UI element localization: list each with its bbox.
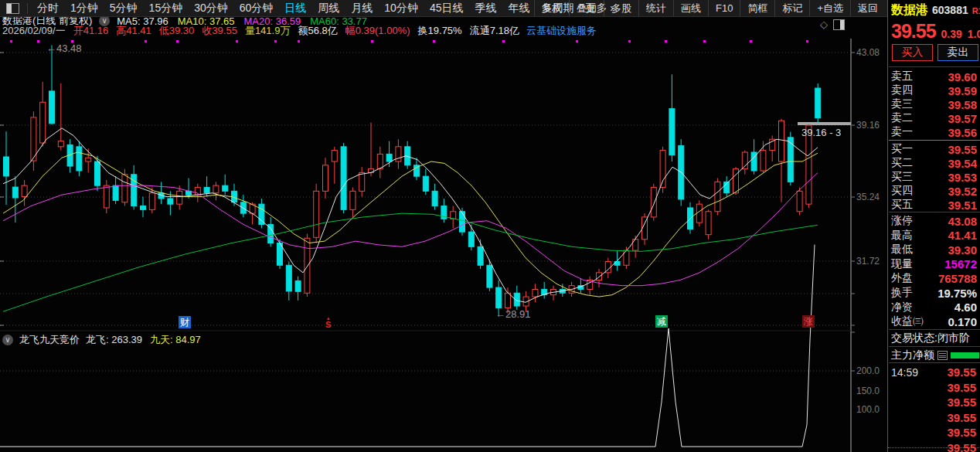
- indicator-axis-label: 150.0: [856, 386, 887, 396]
- quote-row-label: 卖四: [891, 83, 913, 97]
- sell-button[interactable]: 卖出: [937, 44, 978, 61]
- diamond-icon[interactable]: ◇: [820, 19, 828, 30]
- quote-row-value: 4.60: [954, 301, 977, 314]
- quote-row[interactable]: 卖三39.58: [891, 97, 977, 111]
- stock-code: 603881: [932, 4, 968, 16]
- sell-signal-marker[interactable]: ▲ S: [325, 316, 331, 329]
- info-item: 量141.9万: [245, 24, 291, 38]
- quote-row[interactable]: 买三39.53: [891, 170, 977, 184]
- price-annotation: ←28.91: [495, 308, 531, 320]
- price-annotation: ←43.48: [46, 42, 82, 54]
- period-tab[interactable]: 日线: [284, 2, 306, 15]
- quote-row-value: 39.57: [948, 112, 977, 125]
- period-tab[interactable]: 5分钟: [110, 2, 138, 15]
- quote-row-value: 39.30: [948, 243, 977, 257]
- quote-row[interactable]: 卖四39.59: [891, 83, 977, 97]
- period-tabs: 分时1分钟5分钟15分钟30分钟60分钟日线周线月线10分钟45日线季线年线多周…: [37, 2, 614, 15]
- split-window-icon[interactable]: [833, 19, 845, 30]
- period-tab[interactable]: 10分钟: [384, 2, 418, 15]
- quote-row[interactable]: 买二39.54: [891, 156, 977, 170]
- last-price: 39.55: [891, 20, 936, 42]
- toolbar-button[interactable]: 简框: [740, 0, 774, 16]
- quote-row: 最低39.30: [891, 243, 977, 257]
- buy-button[interactable]: 买入: [892, 44, 933, 61]
- tick-row: 39.55: [891, 440, 976, 452]
- event-marker[interactable]: 财: [179, 316, 191, 328]
- toolbar-button[interactable]: 叠加: [569, 0, 604, 16]
- collapse-chevron-icon[interactable]: ∨: [2, 335, 13, 345]
- quote-row[interactable]: 买四39.52: [891, 184, 977, 198]
- quote-row-value: 39.52: [948, 185, 977, 198]
- quote-row-label: 卖二: [891, 111, 913, 125]
- toolbar-button[interactable]: 标记: [774, 0, 809, 16]
- quote-row-label: 买五: [891, 198, 913, 212]
- toolbar-button[interactable]: 统计: [638, 0, 673, 16]
- quote-row-value: 39.56: [948, 126, 977, 139]
- stock-name[interactable]: 数据港: [891, 2, 928, 19]
- event-marker[interactable]: 减: [655, 315, 668, 328]
- chart-corner-icons: ◇: [820, 19, 845, 30]
- y-axis-label: 43.08: [856, 47, 887, 58]
- toolbar-divider: [27, 3, 28, 14]
- tick-row: 39.55: [891, 425, 976, 440]
- quote-row[interactable]: 卖二39.57: [891, 111, 977, 125]
- y-axis-label: 31.72: [856, 256, 887, 267]
- quote-row[interactable]: 买五39.51: [891, 198, 977, 212]
- sector-link[interactable]: 云基础设施服务: [526, 24, 597, 38]
- toolbar-button[interactable]: 多股: [604, 0, 638, 16]
- period-tab[interactable]: 30分钟: [194, 2, 228, 15]
- tick-row: 14:5939.55: [891, 365, 976, 379]
- quote-row-value: 39.54: [948, 157, 977, 170]
- period-tab[interactable]: 60分钟: [240, 2, 274, 15]
- quote-row-value: 39.53: [948, 171, 977, 184]
- tick-row: 39.55: [891, 410, 976, 425]
- period-tab[interactable]: 周线: [318, 2, 339, 15]
- indicator-value: 九天: 84.97: [150, 333, 201, 347]
- main-flow-bar: [951, 352, 979, 359]
- quote-row: 收益㈢0.170: [891, 314, 977, 328]
- info-item: 开41.16: [73, 24, 109, 38]
- period-tab[interactable]: 15分钟: [149, 2, 183, 15]
- toolbar-button[interactable]: 返回: [850, 0, 885, 16]
- list-icon[interactable]: [937, 351, 948, 360]
- quote-row[interactable]: 卖一39.56: [891, 125, 977, 139]
- quote-row-label: 净资: [891, 301, 913, 314]
- toolbar-button[interactable]: +自选: [809, 0, 850, 16]
- period-tab[interactable]: 45日线: [430, 2, 464, 15]
- y-axis-label: 39.16: [856, 120, 887, 131]
- period-tab[interactable]: 年线: [508, 2, 529, 15]
- period-tab[interactable]: 月线: [351, 2, 373, 15]
- toolbar-button[interactable]: F10: [708, 0, 740, 16]
- main-chart-canvas[interactable]: [0, 0, 980, 452]
- quote-row-label: 收益㈢: [891, 314, 924, 328]
- event-marker[interactable]: 涨: [802, 315, 815, 328]
- tick-price: 39.55: [947, 396, 976, 409]
- period-tab[interactable]: 1分钟: [70, 2, 98, 15]
- quote-row-value: 39.55: [948, 143, 977, 156]
- toolbar-button[interactable]: 复权: [534, 0, 569, 16]
- tick-price: 39.55: [947, 411, 976, 424]
- info-item: 2026/02/09/一: [2, 24, 66, 38]
- period-tab[interactable]: 季线: [475, 2, 496, 15]
- quote-row-label: 涨停: [891, 214, 913, 228]
- period-tab[interactable]: 分时: [37, 2, 59, 15]
- quote-row-value: 765788: [938, 272, 977, 285]
- toolbar-right-buttons: 复权叠加多股统计画线F10简框标记+自选返回: [534, 0, 885, 16]
- trading-app-window: 分时1分钟5分钟15分钟30分钟60分钟日线周线月线10分钟45日线季线年线多周…: [0, 0, 980, 452]
- margin-tag: R10: [972, 6, 980, 15]
- info-item: 高41.41: [116, 24, 151, 38]
- quote-row-value: 0.170: [948, 315, 977, 328]
- quote-row-value: 39.60: [948, 70, 977, 83]
- price-change-pct: 1.00: [968, 28, 980, 40]
- quote-row-value: 39.58: [948, 98, 977, 111]
- quote-row[interactable]: 卖五39.60: [891, 70, 977, 83]
- panel-bottom-divider: [888, 447, 980, 448]
- quote-row-label: 卖一: [891, 125, 913, 139]
- quote-row[interactable]: 买一39.55: [891, 142, 977, 156]
- info-item: 收39.55: [202, 24, 237, 38]
- indicator-axis-label: 200.0: [856, 365, 887, 376]
- top-toolbar: 分时1分钟5分钟15分钟30分钟60分钟日线周线月线10分钟45日线季线年线多周…: [0, 0, 887, 17]
- quote-row-value: 43.08: [948, 215, 977, 228]
- window-layout-icon[interactable]: [6, 3, 19, 14]
- toolbar-button[interactable]: 画线: [673, 0, 708, 16]
